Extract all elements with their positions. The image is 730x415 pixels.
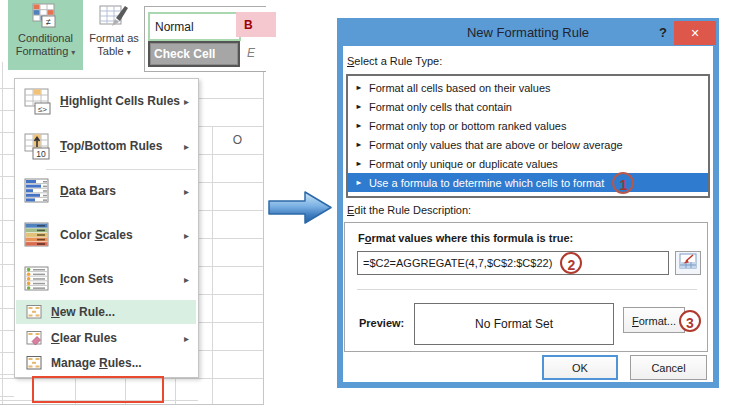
rule-bullet-icon: ►	[355, 121, 363, 129]
format-as-table-label-line1: Format as	[89, 32, 139, 45]
menu-item-label: Top/Bottom Rules	[60, 139, 162, 153]
svg-text:10: 10	[36, 148, 46, 158]
formula-value: =$C2=AGGREGATE(4,7,$C$2:$C$22)	[363, 257, 552, 269]
format-button[interactable]: Format...	[623, 307, 685, 333]
annotation-step-2: 2	[560, 252, 582, 274]
highlight-cells-rules-icon: ≤>	[22, 88, 52, 115]
menu-item-top-bottom-rules[interactable]: 10 Top/Bottom Rules ▸	[16, 126, 196, 166]
close-button[interactable]: ✕	[674, 21, 716, 45]
menu-item-highlight-cells-rules[interactable]: ≤> Highlight Cells Rules ▸	[16, 81, 196, 121]
menu-item-icon-sets[interactable]: Icon Sets ▸	[16, 259, 196, 299]
rule-type-label: Use a formula to determine which cells t…	[369, 177, 604, 189]
dialog-body: Select a Rule Type: ►Format all cells ba…	[343, 46, 713, 382]
rule-type-label: Format all cells based on their values	[369, 82, 551, 94]
clear-rules-icon	[25, 330, 43, 346]
menu-item-label: Manage Rules...	[51, 356, 142, 370]
conditional-formatting-icon: ≠	[32, 3, 59, 32]
rule-bullet-icon: ►	[355, 102, 363, 110]
submenu-arrow-icon: ▸	[184, 230, 189, 241]
conditional-formatting-label-line1: Conditional	[18, 32, 73, 45]
rule-type-listbox: ►Format all cells based on their values …	[346, 74, 710, 198]
format-as-table-label-line2: Table ▾	[97, 45, 130, 59]
screenshot-root: { "ribbon": { "conditional_formatting": …	[0, 0, 730, 415]
rule-type-label: Format only values that are above or bel…	[369, 139, 623, 151]
rule-description-groupbox: Format values where this formula is true…	[344, 222, 708, 352]
svg-text:≤>: ≤>	[37, 104, 46, 113]
rule-type-label: Format only cells that contain	[369, 101, 512, 113]
manage-rules-icon	[25, 355, 43, 371]
rule-type-option[interactable]: ►Format only unique or duplicate values	[348, 154, 708, 173]
rule-type-label: Format only unique or duplicate values	[369, 158, 558, 170]
conditional-formatting-menu: ≤> Highlight Cells Rules ▸ 10 Top/Bottom…	[14, 78, 199, 378]
menu-separator	[46, 169, 196, 170]
style-check-cell[interactable]: Check Cell	[148, 41, 240, 67]
new-rule-icon	[25, 304, 43, 320]
menu-item-new-rule[interactable]: New Rule...	[16, 300, 196, 324]
icon-sets-icon	[22, 266, 52, 292]
select-rule-type-label: Select a Rule Type:	[347, 55, 442, 67]
rule-bullet-icon: ►	[355, 83, 363, 91]
conditional-formatting-label-line2: Formatting ▾	[16, 45, 76, 59]
style-normal[interactable]: Normal	[148, 12, 241, 41]
rule-bullet-icon: ►	[355, 178, 363, 186]
excel-panel: O ≠ Conditional Formatting ▾	[0, 0, 265, 405]
rule-bullet-icon: ►	[355, 140, 363, 148]
submenu-arrow-icon: ▸	[184, 141, 189, 152]
format-as-table-button[interactable]: Format as Table ▾	[85, 0, 143, 70]
rule-type-option-selected[interactable]: ►Use a formula to determine which cells …	[348, 173, 708, 192]
submenu-arrow-icon: ▸	[184, 274, 189, 285]
menu-item-label: Color Scales	[60, 228, 133, 242]
help-button[interactable]: ?	[655, 20, 671, 44]
format-preview-box: No Format Set	[414, 303, 614, 345]
menu-item-label: New Rule...	[51, 305, 115, 319]
preview-label: Preview:	[359, 317, 404, 329]
format-as-table-icon	[99, 3, 129, 32]
formula-input[interactable]: =$C2=AGGREGATE(4,7,$C$2:$C$22) 2	[357, 251, 669, 275]
style-bad-partial[interactable]: B	[236, 12, 276, 37]
submenu-arrow-icon: ▸	[184, 186, 189, 197]
rule-type-option[interactable]: ►Format only cells that contain	[348, 97, 708, 116]
menu-item-manage-rules[interactable]: Manage Rules...	[16, 351, 196, 375]
conditional-formatting-button[interactable]: ≠ Conditional Formatting ▾	[8, 0, 83, 70]
rule-type-option[interactable]: ►Format only top or bottom ranked values	[348, 116, 708, 135]
submenu-arrow-icon: ▸	[184, 96, 189, 107]
annotation-step-3: 3	[679, 310, 701, 332]
range-selector-icon	[679, 253, 697, 273]
cancel-button[interactable]: Cancel	[630, 355, 707, 380]
menu-item-label: Icon Sets	[60, 272, 113, 286]
rule-type-label: Format only top or bottom ranked values	[369, 120, 566, 132]
style-explanatory-partial[interactable]: E	[241, 41, 273, 65]
transition-arrow-icon	[266, 188, 336, 232]
dropdown-caret-icon: ▾	[71, 48, 75, 57]
menu-item-color-scales[interactable]: Color Scales ▸	[16, 215, 196, 255]
menu-item-clear-rules[interactable]: Clear Rules ▸	[16, 326, 196, 350]
groupbox-separator	[357, 289, 697, 290]
menu-item-label: Highlight Cells Rules	[60, 94, 180, 108]
rule-type-option[interactable]: ►Format all cells based on their values	[348, 78, 708, 97]
data-bars-icon	[22, 178, 52, 204]
rule-type-option[interactable]: ►Format only values that are above or be…	[348, 135, 708, 154]
dropdown-caret-icon: ▾	[127, 48, 131, 57]
cell-styles-gallery: Normal B Check Cell E	[144, 6, 266, 72]
menu-item-data-bars[interactable]: Data Bars ▸	[16, 171, 196, 211]
close-icon: ✕	[690, 27, 699, 39]
collapse-dialog-button[interactable]	[675, 251, 701, 275]
top-bottom-rules-icon: 10	[22, 133, 52, 160]
submenu-arrow-icon: ▸	[184, 333, 189, 344]
edit-rule-description-label: Edit the Rule Description:	[347, 204, 471, 216]
menu-item-label: Data Bars	[60, 184, 116, 198]
svg-text:≠: ≠	[46, 17, 51, 27]
new-formatting-rule-dialog: New Formatting Rule ? ✕ Select a Rule Ty…	[337, 18, 719, 388]
ok-button[interactable]: OK	[542, 355, 618, 380]
annotation-step-1: 1	[612, 172, 634, 194]
color-scales-icon	[22, 222, 52, 248]
menu-item-label: Clear Rules	[51, 331, 117, 345]
column-header-o[interactable]: O	[212, 133, 263, 147]
rule-bullet-icon: ►	[355, 159, 363, 167]
formula-label: Format values where this formula is true…	[358, 232, 573, 244]
